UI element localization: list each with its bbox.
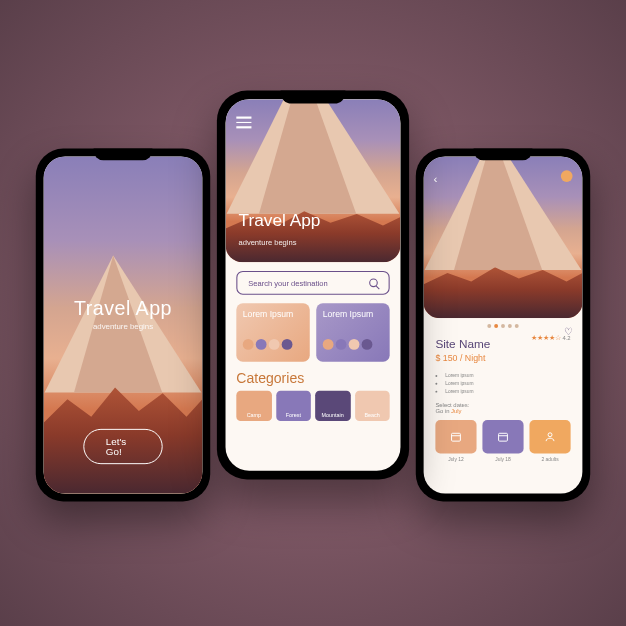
lets-go-button[interactable]: Let's Go! xyxy=(83,429,162,464)
search-icon xyxy=(369,279,378,288)
search-placeholder: Search your destination xyxy=(248,279,327,287)
notch xyxy=(474,149,533,161)
search-input[interactable]: Search your destination xyxy=(236,271,389,295)
hero-section: Travel App adventure begins xyxy=(226,99,401,262)
categories-title: Categories xyxy=(226,362,401,391)
calendar-icon xyxy=(450,431,462,443)
menu-icon[interactable] xyxy=(236,117,251,128)
favorite-icon[interactable]: ♡ xyxy=(564,326,573,337)
notch xyxy=(94,149,153,161)
image-pager[interactable] xyxy=(424,318,583,334)
phone-splash: Travel App adventure begins Let's Go! xyxy=(36,149,210,502)
category-forest[interactable]: Forest xyxy=(276,391,311,421)
svg-rect-0 xyxy=(452,433,461,441)
category-beach[interactable]: Beach xyxy=(355,391,390,421)
avatar[interactable] xyxy=(561,170,573,182)
splash-screen: Travel App adventure begins Let's Go! xyxy=(44,156,203,493)
back-icon[interactable]: ‹ xyxy=(433,172,437,186)
list-item: Lorem ipsum xyxy=(445,379,570,387)
category-mountain[interactable]: Mountain xyxy=(315,391,350,421)
home-screen: Travel App adventure begins Search your … xyxy=(226,99,401,471)
category-camp[interactable]: Camp xyxy=(236,391,271,421)
destination-card[interactable]: Lorem Ipsum xyxy=(316,304,389,362)
guests-count: 2 adults xyxy=(529,456,570,462)
price: $ 150 / Night xyxy=(435,354,570,364)
checkin-date: July 12 xyxy=(435,456,476,462)
destination-card[interactable]: Lorem Ipsum xyxy=(236,304,309,362)
list-item: Lorem ipsum xyxy=(445,371,570,379)
list-item: Lorem ipsum xyxy=(445,387,570,395)
detail-hero: ‹ xyxy=(424,156,583,318)
app-title: Travel App xyxy=(44,298,203,321)
go-in-month: Go in July xyxy=(435,408,570,414)
detail-screen: ‹ ♡ Site Name ★★★★☆4.2 $ 150 / Night Lor… xyxy=(424,156,583,493)
person-icon xyxy=(544,431,556,443)
guests-picker[interactable] xyxy=(529,420,570,453)
calendar-icon xyxy=(497,431,509,443)
app-title: Travel App xyxy=(238,211,320,229)
checkout-date: July 18 xyxy=(482,456,523,462)
svg-point-4 xyxy=(548,433,552,437)
svg-rect-2 xyxy=(499,433,508,441)
checkin-date-picker[interactable] xyxy=(435,420,476,453)
features-list: Lorem ipsum Lorem ipsum Lorem ipsum xyxy=(435,371,570,395)
notch xyxy=(281,91,346,104)
app-subtitle: adventure begins xyxy=(44,323,203,332)
site-name: Site Name xyxy=(435,337,490,351)
checkout-date-picker[interactable] xyxy=(482,420,523,453)
phone-home: Travel App adventure begins Search your … xyxy=(217,91,409,480)
phone-detail: ‹ ♡ Site Name ★★★★☆4.2 $ 150 / Night Lor… xyxy=(416,149,590,502)
app-subtitle: adventure begins xyxy=(238,239,296,247)
